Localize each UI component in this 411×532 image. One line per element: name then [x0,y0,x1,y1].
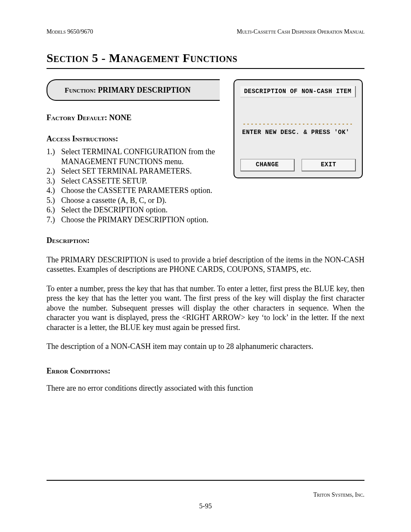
error-text: There are no error conditions directly a… [47,383,364,393]
terminal-screen: DESCRIPTION OF NON-CASH ITEM -----------… [234,79,363,178]
description-p2: To enter a number, press the key that ha… [47,284,364,333]
description-heading: Description: [47,236,364,246]
function-banner: Function: PRIMARY DESCRIPTION [47,79,220,101]
function-banner-wrap: Function: PRIMARY DESCRIPTION [47,79,220,101]
access-step: Choose the PRIMARY DESCRIPTION option. [47,215,364,225]
running-header: Models 9650/9670 Multi-Cassette Cash Dis… [47,28,364,37]
terminal-screenshot: DESCRIPTION OF NON-CASH ITEM -----------… [234,79,364,178]
access-step: Select the DESCRIPTION option. [47,205,364,215]
exit-button[interactable]: EXIT [302,159,356,171]
factory-default-label: Factory Default: [47,113,107,122]
access-step: Choose a cassette (A, B, C, or D). [47,196,364,205]
section-title: Section 5 - Management Functions [47,50,364,65]
description-p1: The PRIMARY DESCRIPTION is used to provi… [47,255,364,274]
error-heading: Error Conditions: [47,366,364,376]
access-step: Choose the CASSETTE PARAMETERS option. [47,186,364,196]
footer-page-number: 5-95 [0,502,411,510]
terminal-title: DESCRIPTION OF NON-CASH ITEM [240,86,356,98]
function-value: PRIMARY DESCRIPTION [98,86,190,94]
terminal-divider: ---------------------------- [240,121,356,128]
change-button[interactable]: CHANGE [240,159,295,171]
top-section: DESCRIPTION OF NON-CASH ITEM -----------… [47,79,364,225]
factory-default-value: NONE [109,113,131,122]
page: Models 9650/9670 Multi-Cassette Cash Dis… [0,0,411,532]
terminal-buttons: CHANGE EXIT [240,159,356,171]
header-left: Models 9650/9670 [47,28,93,36]
footer-rule [47,480,364,481]
title-rule [47,68,364,69]
terminal-prompt: ENTER NEW DESC. & PRESS 'OK' [240,128,356,137]
footer-company: Triton Systems, Inc. [313,491,364,499]
function-label: Function: [65,86,96,94]
header-right: Multi-Cassette Cash Dispenser Operation … [237,28,364,36]
description-p3: The description of a NON-CASH item may c… [47,342,364,352]
